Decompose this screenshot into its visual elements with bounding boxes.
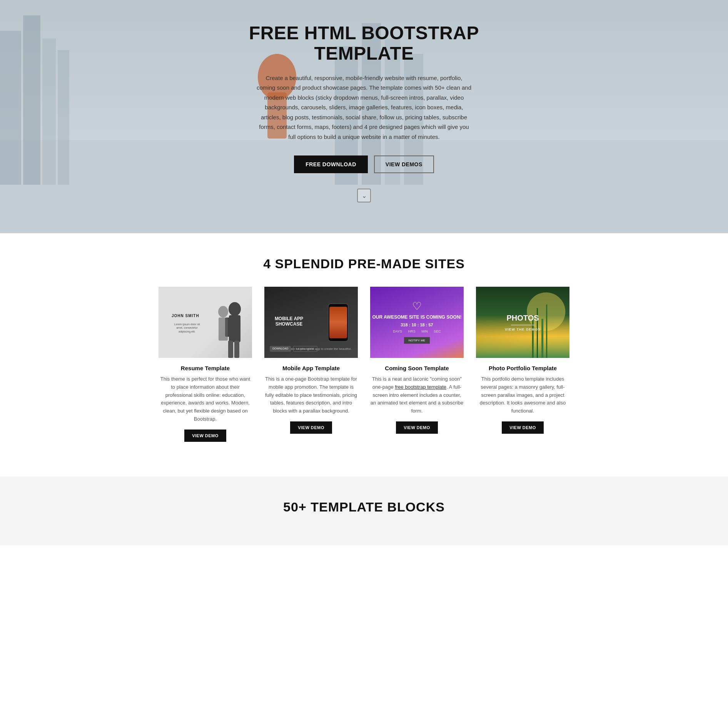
label-sep2 <box>417 329 420 333</box>
svg-point-18 <box>218 306 228 318</box>
counter-secs: 57 <box>429 323 433 327</box>
photo-portfolio-view-demo-button[interactable]: VIEW DEMO <box>502 421 544 434</box>
photo-thumb-inner: PHOTOS VIEW THE DEMOS <box>476 287 569 358</box>
coming-soon-text: OUR AWESOME SITE IS COMING SOON! <box>372 314 461 321</box>
mobile-thumbnail: MOBILE APPSHOWCASE Excellent template fo… <box>264 287 358 358</box>
svg-rect-17 <box>234 341 239 358</box>
label-secs: SEC <box>434 329 441 333</box>
mobile-card-name: Mobile App Template <box>264 365 358 371</box>
cards-grid: JOHN SMITH Lorem ipsum dolor sit amet, c… <box>152 287 576 453</box>
mobile-showcase-label: MOBILE APPSHOWCASE <box>270 316 308 327</box>
resume-card-name: Resume Template <box>159 365 252 371</box>
card-coming-soon: ♡ OUR AWESOME SITE IS COMING SOON! 318 :… <box>364 287 470 453</box>
scroll-down-button[interactable]: ⌄ <box>357 189 371 202</box>
resume-card-desc: This theme is perfect for those who want… <box>159 375 252 423</box>
mobile-card-desc: This is a one-page Bootstrap template fo… <box>264 375 358 415</box>
template-blocks-section: 50+ TEMPLATE BLOCKS <box>0 476 728 545</box>
svg-rect-4 <box>42 38 56 185</box>
mobile-view-demo-button[interactable]: VIEW DEMO <box>290 421 332 434</box>
resume-thumbnail: JOHN SMITH Lorem ipsum dolor sit amet, c… <box>159 287 252 358</box>
phone-screen <box>329 307 347 338</box>
photo-portfolio-card-name: Photo Portfolio Template <box>476 365 569 371</box>
counter-sep3: : <box>426 323 429 327</box>
counter-days: 318 <box>401 323 407 327</box>
label-mins: MIN <box>421 329 428 333</box>
chevron-down-icon: ⌄ <box>362 192 367 199</box>
resume-silhouette-svg <box>214 298 248 358</box>
photo-title: PHOTOS <box>505 314 541 323</box>
label-sep3 <box>429 329 432 333</box>
svg-rect-16 <box>228 341 233 358</box>
free-download-button[interactable]: FREE DOWNLOAD <box>294 155 368 173</box>
svg-point-12 <box>229 302 241 316</box>
resume-person-name: JOHN SMITH <box>172 314 199 318</box>
photo-portfolio-thumbnail: PHOTOS VIEW THE DEMOS <box>476 287 569 358</box>
mobile-demo-btn1: DOWNLOAD <box>270 346 291 352</box>
hero-title: FREE HTML BOOTSTRAP TEMPLATE <box>249 23 479 64</box>
pre-made-sites-section: 4 SPLENDID PRE-MADE SITES JOHN SMITH Lor… <box>0 233 728 476</box>
counter-hours: 10 <box>411 323 416 327</box>
coming-soon-card-name: Coming Soon Template <box>370 365 464 371</box>
heart-icon: ♡ <box>412 301 422 312</box>
svg-rect-24 <box>541 319 543 358</box>
label-sep1 <box>404 329 407 333</box>
svg-rect-2 <box>0 31 21 185</box>
card-resume: JOHN SMITH Lorem ipsum dolor sit amet, c… <box>152 287 258 453</box>
counter-labels: DAYS HRS MIN SEC <box>393 329 441 333</box>
blocks-section-title: 50+ TEMPLATE BLOCKS <box>0 500 728 515</box>
photo-divider <box>511 325 534 325</box>
coming-soon-card-desc: This is a neat and laconic "coming soon"… <box>370 375 464 415</box>
svg-rect-15 <box>236 318 240 337</box>
svg-rect-25 <box>546 304 547 358</box>
label-days: DAYS <box>393 329 402 333</box>
mobile-demo-buttons: DOWNLOAD LEARN MORE <box>270 346 317 352</box>
hero-content: FREE HTML BOOTSTRAP TEMPLATE Create a be… <box>249 23 479 202</box>
coming-soon-thumbnail: ♡ OUR AWESOME SITE IS COMING SOON! 318 :… <box>370 287 464 358</box>
coming-soon-link[interactable]: free bootstrap template <box>395 384 446 390</box>
svg-rect-3 <box>23 15 40 185</box>
card-photo-portfolio: PHOTOS VIEW THE DEMOS Photo Portfolio Te… <box>470 287 576 453</box>
photo-subtitle: VIEW THE DEMOS <box>505 328 541 331</box>
mobile-demo-btn2: LEARN MORE <box>293 346 317 352</box>
coming-soon-view-demo-button[interactable]: VIEW DEMO <box>396 421 438 434</box>
sites-section-title: 4 SPLENDID PRE-MADE SITES <box>0 256 728 271</box>
counter-mins: 18 <box>420 323 424 327</box>
coming-soon-counter: 318 : 10 : 18 : 57 <box>401 323 433 327</box>
view-demos-button[interactable]: VIEW DEMOS <box>374 155 434 173</box>
resume-view-demo-button[interactable]: VIEW DEMO <box>184 430 226 442</box>
resume-person-desc: Lorem ipsum dolor sit amet, consectetur … <box>172 323 202 334</box>
photo-text-overlay: PHOTOS VIEW THE DEMOS <box>505 314 541 331</box>
phone-shape <box>328 303 349 342</box>
svg-rect-5 <box>58 50 69 185</box>
card-mobile: MOBILE APPSHOWCASE Excellent template fo… <box>258 287 364 453</box>
label-hours: HRS <box>408 329 416 333</box>
coming-soon-notify-btn[interactable]: NOTIFY ME <box>404 337 430 344</box>
mobile-thumb-inner: MOBILE APPSHOWCASE Excellent template fo… <box>264 287 358 358</box>
svg-rect-19 <box>219 318 228 341</box>
photo-portfolio-card-desc: This portfolio demo template includes se… <box>476 375 569 415</box>
coming-thumb-inner: ♡ OUR AWESOME SITE IS COMING SOON! 318 :… <box>370 287 464 358</box>
hero-section: FREE HTML BOOTSTRAP TEMPLATE Create a be… <box>0 0 728 233</box>
hero-buttons: FREE DOWNLOAD VIEW DEMOS <box>294 155 434 173</box>
resume-thumb-inner: JOHN SMITH Lorem ipsum dolor sit amet, c… <box>159 287 252 358</box>
hero-description: Create a beautiful, responsive, mobile-f… <box>256 73 472 142</box>
